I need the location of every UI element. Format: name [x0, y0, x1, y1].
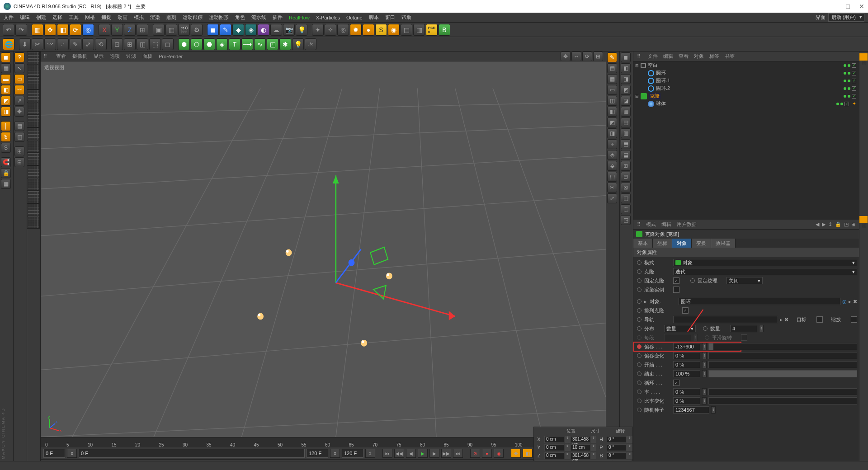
xp-icon-4[interactable]: ✹	[350, 24, 362, 36]
tool-a7-icon[interactable]: ◩	[607, 118, 617, 127]
tool-b10-icon[interactable]: ⬓	[621, 150, 631, 160]
tree-row[interactable]: 圆环✓	[633, 69, 859, 77]
render-view-icon[interactable]: ▣	[153, 24, 165, 36]
size-field[interactable]: 10 cm	[571, 444, 590, 451]
tool-misc-1-icon[interactable]: ✂	[32, 38, 43, 50]
menu-script[interactable]: 脚本	[369, 14, 379, 21]
nav-back-icon[interactable]: ◀	[816, 221, 819, 227]
mograph-tracer-icon[interactable]: ⟿	[241, 38, 253, 50]
window-minimize[interactable]: —	[831, 3, 837, 10]
grid-cell[interactable]	[27, 216, 40, 229]
snap-edge-icon[interactable]: ⊟	[14, 157, 24, 167]
tool-b8-icon[interactable]: ▥	[621, 128, 631, 138]
fixtex-dropdown[interactable]: 关闭	[726, 277, 763, 284]
cursor-icon[interactable]: ↖	[14, 63, 24, 73]
panel-grip-icon[interactable]: ⠿	[637, 53, 642, 59]
snap-tool-2-icon[interactable]: ⊞	[124, 38, 136, 50]
menu-create[interactable]: 创建	[36, 14, 46, 21]
rotate-tool-icon[interactable]: ⟳	[70, 24, 81, 36]
model-mode-icon[interactable]: ◼	[1, 52, 11, 62]
spinner-icon[interactable]: ⇕	[330, 449, 340, 458]
fx-bulb-icon[interactable]: 💡	[292, 38, 304, 50]
xp-icon-3[interactable]: ◎	[337, 24, 349, 36]
select-tool-icon[interactable]: ▦	[32, 24, 43, 36]
vp-nav-4-icon[interactable]: ⊞	[593, 52, 603, 61]
xp-icon-7[interactable]: ◉	[388, 24, 400, 36]
s-mode-icon[interactable]: S	[1, 143, 11, 153]
mograph-extrude-icon[interactable]: ◳	[267, 38, 278, 50]
window-maximize[interactable]: □	[846, 3, 850, 10]
arrow-tool-icon[interactable]: ↗	[14, 96, 24, 106]
rect-select-icon[interactable]: ▭	[14, 74, 24, 84]
grid-cell[interactable]	[27, 64, 40, 77]
pick-icon[interactable]: ▸	[849, 299, 851, 305]
viewport-perspective[interactable]: 透视视图 网格间距 : 100 cm x y z	[41, 61, 606, 437]
menu-render[interactable]: 渲染	[150, 14, 160, 21]
camera-icon[interactable]: 📷	[283, 24, 295, 36]
end-field[interactable]: 100 %	[673, 370, 700, 377]
recent-tool-icon[interactable]: ◎	[82, 24, 94, 36]
render-pv-icon[interactable]: 🎬	[178, 24, 190, 36]
offset-slider[interactable]	[708, 343, 857, 350]
edge-mode-icon[interactable]: ◧	[1, 85, 11, 95]
range-end2-field[interactable]: 120 F	[342, 449, 363, 458]
make-editable-icon[interactable]: ⬇	[19, 38, 31, 50]
xp-icon-10[interactable]: B	[439, 24, 450, 36]
om-tags[interactable]: 标签	[709, 53, 719, 60]
xp-icon-8[interactable]: ▤	[401, 24, 412, 36]
fx-label-icon[interactable]: .fx	[305, 38, 316, 50]
menu-mograph[interactable]: 运动图形	[209, 14, 229, 21]
render-settings-icon[interactable]: ⚙	[191, 24, 203, 36]
vtab-attr[interactable]: 属性	[859, 216, 868, 223]
vp-camera[interactable]: 摄像机	[72, 53, 87, 60]
mograph-matrix-icon[interactable]: ⬡	[191, 38, 203, 50]
tool-b11-icon[interactable]: ⊞	[621, 161, 631, 171]
scale-checkbox[interactable]	[851, 316, 857, 323]
next-frame-icon[interactable]: ▶	[429, 449, 439, 458]
deformer-icon[interactable]: ◐	[258, 24, 269, 36]
tool-b3-icon[interactable]: ◨	[621, 74, 631, 84]
menu-tools[interactable]: 工具	[69, 14, 79, 21]
pick-icon[interactable]: ▸	[780, 317, 783, 323]
tool-a6-icon[interactable]: ◧	[607, 107, 617, 117]
menu-help[interactable]: 帮助	[401, 14, 411, 21]
size-field[interactable]: 301.458 cm	[571, 452, 590, 459]
spinner-icon[interactable]: ⇕	[711, 406, 716, 414]
tab-coord[interactable]: 坐标	[653, 239, 672, 248]
mograph-text-icon[interactable]: T	[229, 38, 241, 50]
grid-cell[interactable]	[27, 165, 40, 178]
tool-b2-icon[interactable]: ◧	[621, 63, 631, 73]
timeline-ruler[interactable]: 0510152025303540455055606570758085909510…	[41, 437, 606, 447]
offvar-field[interactable]: 0 %	[673, 352, 700, 359]
vp-prorender[interactable]: ProRender	[159, 54, 183, 59]
menu-animate[interactable]: 动画	[118, 14, 127, 21]
grid-cell[interactable]	[27, 140, 40, 153]
spinner-icon[interactable]: ⇕	[365, 449, 375, 458]
tool-a3-icon[interactable]: ▦	[607, 74, 617, 84]
workplane-lock-icon[interactable]: 🔒	[1, 168, 11, 178]
coord-system-icon[interactable]: ⊞	[137, 24, 148, 36]
target-checkbox[interactable]	[816, 316, 823, 323]
tab-basic[interactable]: 基本	[633, 239, 653, 248]
offset-key-icon[interactable]	[637, 344, 642, 349]
snap-toggle-icon[interactable]: ⊞	[14, 146, 24, 156]
range-end-field[interactable]: 120 F	[307, 449, 328, 458]
mask-icon[interactable]: ▤	[14, 121, 24, 131]
tool-a13-icon[interactable]: ✂	[607, 183, 617, 193]
texture-mode-icon[interactable]: ▦	[1, 63, 11, 73]
tool-a5-icon[interactable]: ◫	[607, 96, 617, 106]
om-file[interactable]: 文件	[648, 53, 658, 60]
tool-a8-icon[interactable]: ◨	[607, 128, 617, 138]
vp-panel[interactable]: 面板	[142, 53, 152, 60]
menu-select[interactable]: 选择	[52, 14, 62, 21]
object-manager[interactable]: ⊟空白✓圆环✓圆环.1✓圆环.2✓⊟克隆✓球体✓✦	[633, 61, 859, 220]
nav-fwd-icon[interactable]: ▶	[822, 221, 826, 227]
pos-field[interactable]: 0 cm	[544, 452, 564, 459]
tree-row[interactable]: 球体✓✦	[633, 100, 859, 108]
menu-sculpt[interactable]: 雕刻	[166, 14, 176, 21]
vp-filter[interactable]: 过滤	[126, 53, 136, 60]
tool-b4-icon[interactable]: ◩	[621, 85, 631, 95]
play-icon[interactable]: ▶	[418, 449, 428, 458]
snap-tool-4-icon[interactable]: ⬚	[149, 38, 161, 50]
vp-nav-1-icon[interactable]: ✥	[561, 52, 571, 61]
